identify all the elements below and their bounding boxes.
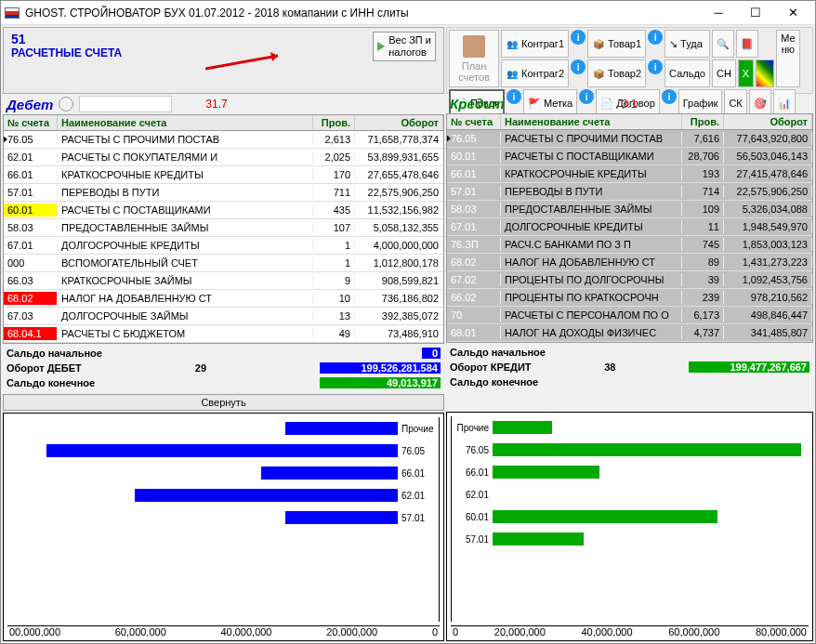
cell-name: РАСЧЕТЫ С ПОСТАВЩИКАМИ (58, 204, 313, 217)
col-name[interactable]: Наименование счета (501, 114, 682, 129)
cell-obor: 341,485,807 (724, 326, 812, 339)
color-button[interactable] (756, 59, 774, 87)
cell-prov: 10 (313, 292, 355, 305)
table-row[interactable]: 67.03 ДОЛГОСРОЧНЫЕ ЗАЙМЫ 13 392,385,072 (4, 308, 443, 325)
cell-num: 58.03 (4, 221, 58, 234)
table-row[interactable]: 68.04.1 РАСЧЕТЫ С БЮДЖЕТОМ 49 73,486,910 (4, 325, 443, 343)
table-row[interactable]: 58.03 ПРЕДОСТАВЛЕННЫЕ ЗАЙМЫ 107 5,058,13… (4, 219, 443, 237)
end-balance-val: 49,013,917 (320, 377, 441, 388)
table-row[interactable]: 60.01 РАСЧЕТЫ С ПОСТАВЩИКАМИ 28,706 56,5… (447, 148, 812, 165)
cell-obor: 978,210,562 (724, 291, 812, 304)
table-row[interactable]: 62.01 РАСЧЕТЫ С ПОКУПАТЕЛЯМИ И 2,025 53,… (4, 149, 443, 166)
table-row[interactable]: 67.01 ДОЛГОСРОЧНЫЕ КРЕДИТЫ 1 4,000,000,0… (4, 237, 443, 255)
maximize-button[interactable]: ☐ (737, 3, 774, 23)
play-icon (377, 42, 385, 51)
info-icon[interactable]: i (571, 59, 586, 74)
account-header: 51 РАСЧЕТНЫЕ СЧЕТА Вес ЗП и налогов (3, 27, 444, 94)
table-row[interactable]: 68.01 НАЛОГ НА ДОХОДЫ ФИЗИЧЕС 4,737 341,… (447, 324, 812, 342)
cell-num: 70 (447, 309, 501, 322)
info-icon[interactable]: i (571, 30, 586, 45)
table-row[interactable]: 76.ЗП РАСЧ.С БАНКАМИ ПО З П 745 1,853,00… (447, 236, 812, 254)
tovar1-button[interactable]: 📦Товар1 (587, 30, 646, 58)
sn-button[interactable]: СН (712, 59, 736, 87)
chart-bar: 76.05 (452, 439, 809, 461)
excel-button[interactable]: X (738, 59, 754, 87)
search-button[interactable]: 🔍 (712, 30, 734, 58)
kontrag2-button[interactable]: 👥Контраг2 (501, 59, 569, 87)
table-row[interactable]: 60.01 РАСЧЕТЫ С ПОСТАВЩИКАМИ 435 11,532,… (4, 202, 443, 219)
col-num[interactable]: № счета (447, 114, 501, 129)
cell-num: 66.01 (4, 168, 58, 181)
tovar2-button[interactable]: 📦Товар2 (587, 59, 646, 87)
people-icon: 👥 (506, 37, 519, 50)
cell-obor: 22,575,906,250 (355, 186, 443, 199)
table-row[interactable]: 66.03 КРАТКОСРОЧНЫЕ ЗАЙМЫ 9 908,599,821 (4, 272, 443, 290)
saldo-button[interactable]: Сальдо (665, 59, 710, 87)
chart-bar: 57.01 (452, 528, 809, 550)
collapse-button[interactable]: Свернуть (3, 394, 444, 411)
chart-bar: 76.05 (7, 440, 439, 462)
debit-search-input[interactable] (79, 96, 172, 112)
cell-num: 62.01 (4, 151, 58, 164)
credit-chart: Прочие76.0566.0162.0160.0157.01 020,000,… (446, 412, 813, 641)
cell-num: 68.02 (4, 292, 58, 305)
col-prov[interactable]: Пров. (682, 114, 724, 129)
table-row[interactable]: 66.02 ПРОЦЕНТЫ ПО КРАТКОСРОЧН 239 978,21… (447, 289, 812, 307)
info-icon[interactable]: i (648, 30, 663, 45)
cell-name: ПЕРЕВОДЫ В ПУТИ (501, 185, 682, 198)
cell-name: НАЛОГ НА ДОХОДЫ ФИЗИЧЕС (501, 326, 682, 339)
plan-schetov-button[interactable]: План счетов (449, 30, 499, 87)
table-row[interactable]: 57.01 ПЕРЕВОДЫ В ПУТИ 714 22,575,906,250 (447, 183, 812, 201)
table-row[interactable]: 67.02 ПРОЦЕНТЫ ПО ДОЛГОСРОЧНЫ 39 1,092,4… (447, 271, 812, 289)
cell-obor: 1,853,003,123 (724, 238, 812, 251)
table-row[interactable]: 70 РАСЧЕТЫ С ПЕРСОНАЛОМ ПО О 6,173 498,8… (447, 307, 812, 324)
table-row[interactable]: 58.03 ПРЕДОСТАВЛЕННЫЕ ЗАЙМЫ 109 5,326,03… (447, 201, 812, 218)
table-row[interactable]: 68.02 НАЛОГ НА ДОБАВЛЕННУЮ СТ 10 736,186… (4, 290, 443, 308)
table-row[interactable]: 67.01 ДОЛГОСРОЧНЫЕ КРЕДИТЫ 11 1,948,549,… (447, 218, 812, 236)
kontrag1-button[interactable]: 👥Контраг1 (501, 30, 569, 58)
col-prov[interactable]: Пров. (313, 115, 355, 130)
debit-label: Дебет (7, 97, 53, 112)
debit-table: № счета Наименование счета Пров. Оборот … (3, 114, 444, 344)
cell-obor: 736,186,802 (355, 292, 443, 305)
cell-num: 68.02 (447, 256, 501, 269)
table-row[interactable]: 68.02 НАЛОГ НА ДОБАВЛЕННУЮ СТ 89 1,431,2… (447, 254, 812, 271)
col-name[interactable]: Наименование счета (58, 115, 313, 130)
cell-num: 60.01 (4, 204, 58, 217)
table-row[interactable]: 66.01 КРАТКОСРОЧНЫЕ КРЕДИТЫ 170 27,655,4… (4, 166, 443, 184)
cell-name: РАСЧЕТЫ С ПОКУПАТЕЛЯМИ И (58, 151, 313, 164)
cell-obor: 1,012,800,178 (355, 256, 443, 269)
table-row[interactable]: 66.01 КРАТКОСРОЧНЫЕ КРЕДИТЫ 193 27,415,4… (447, 165, 812, 183)
table-row[interactable]: 57.01 ПЕРЕВОДЫ В ПУТИ 711 22,575,906,250 (4, 184, 443, 202)
search-icon[interactable] (59, 97, 73, 112)
cell-prov: 109 (682, 203, 724, 216)
cell-prov: 4,737 (682, 326, 724, 339)
cell-obor: 1,431,273,223 (724, 256, 812, 269)
cell-obor: 27,655,478,646 (355, 168, 443, 181)
cell-prov: 239 (682, 291, 724, 304)
cell-name: ПРОЦЕНТЫ ПО ДОЛГОСРОЧНЫ (501, 273, 682, 286)
cell-num: 76.05 (4, 133, 58, 146)
table-row[interactable]: 000 ВСПОМОГАТЕЛЬНЫЙ СЧЕТ 1 1,012,800,178 (4, 255, 443, 272)
start-balance-lbl: Сальдо начальное (450, 347, 546, 358)
table-row[interactable]: 76.05 РАСЧЕТЫ С ПРОЧИМИ ПОСТАВ 7,616 77,… (447, 130, 812, 148)
col-obor[interactable]: Оборот (355, 115, 443, 130)
book-button[interactable]: 📕 (736, 30, 758, 58)
cell-name: РАСЧЕТЫ С ПЕРСОНАЛОМ ПО О (501, 309, 682, 322)
info-icon[interactable]: i (648, 59, 663, 74)
table-row[interactable]: 76.05 РАСЧЕТЫ С ПРОЧИМИ ПОСТАВ 2,613 71,… (4, 131, 443, 149)
arrow-indicator (205, 50, 289, 74)
credit-count: 38 (604, 361, 615, 373)
minimize-button[interactable]: ─ (700, 3, 737, 23)
menu-button[interactable]: Ме ню (776, 30, 799, 87)
debit-turnover-lbl: Оборот ДЕБЕТ (7, 362, 82, 374)
chart-bar: 62.01 (452, 483, 809, 506)
ves-zp-nalogov-button[interactable]: Вес ЗП и налогов (373, 32, 436, 61)
tuda-button[interactable]: ↘Туда (665, 30, 710, 58)
col-obor[interactable]: Оборот (724, 114, 812, 129)
cell-obor: 5,058,132,355 (355, 221, 443, 234)
cell-prov: 11 (682, 220, 724, 233)
col-num[interactable]: № счета (4, 115, 58, 130)
close-button[interactable]: ✕ (774, 3, 811, 23)
cell-obor: 73,486,910 (355, 327, 443, 340)
